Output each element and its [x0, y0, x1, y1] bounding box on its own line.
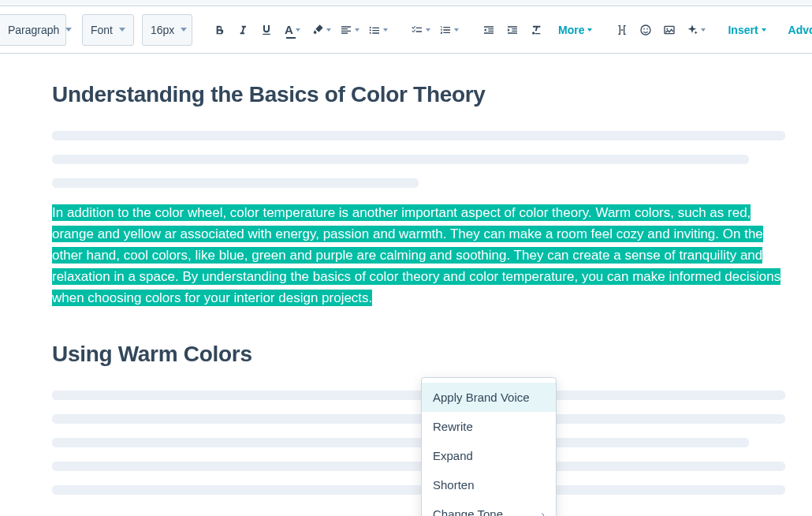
indent-group: [478, 19, 547, 41]
chevron-down-icon: [454, 28, 459, 32]
align-button[interactable]: [336, 19, 363, 41]
checklist-button[interactable]: [407, 19, 434, 41]
numbered-list-button[interactable]: [435, 19, 462, 41]
chevron-right-icon: ›: [541, 508, 545, 517]
font-size-select[interactable]: 16px: [142, 14, 192, 46]
ai-assist-button[interactable]: [682, 19, 709, 41]
placeholder-line: [52, 131, 785, 140]
image-button[interactable]: [658, 19, 680, 41]
placeholder-line: [52, 391, 785, 400]
menu-item-shorten[interactable]: Shorten: [422, 470, 556, 499]
menu-item-rewrite[interactable]: Rewrite: [422, 412, 556, 441]
insert-icons-group: [611, 19, 709, 41]
personalize-icon: [616, 24, 628, 36]
chevron-down-icon: [426, 28, 430, 32]
insert-menu-button[interactable]: Insert: [724, 24, 769, 36]
heading-2: Using Warm Colors: [52, 342, 785, 367]
placeholder-paragraph: [52, 131, 785, 188]
numbered-list-icon: [439, 24, 452, 36]
font-size-label: 16px: [151, 24, 174, 36]
chevron-down-icon: [65, 28, 72, 32]
font-family-label: Font: [91, 24, 113, 36]
document-body: Understanding the Basics of Color Theory…: [52, 82, 785, 495]
placeholder-line: [52, 485, 785, 495]
svg-point-1: [644, 28, 646, 29]
checklist-icon: [411, 24, 423, 36]
editor-toolbar: Paragraph Font 16px A: [0, 6, 812, 54]
text-format-group: A: [208, 19, 391, 41]
text-color-icon: A: [285, 23, 293, 36]
bullet-list-icon: [368, 24, 381, 36]
chevron-down-icon: [762, 28, 766, 32]
underline-button[interactable]: [255, 19, 277, 41]
menu-item-label: Apply Brand Voice: [433, 391, 530, 404]
align-left-icon: [340, 24, 352, 36]
indent-button[interactable]: [501, 19, 523, 41]
chevron-down-icon: [326, 28, 331, 32]
more-label: More: [558, 24, 584, 36]
chevron-down-icon: [296, 28, 300, 32]
insert-label: Insert: [728, 24, 758, 36]
ai-context-menu: Apply Brand Voice Rewrite Expand Shorten…: [421, 377, 557, 516]
menu-item-label: Rewrite: [433, 420, 473, 433]
highlight-color-button[interactable]: [307, 19, 334, 41]
placeholder-line: [52, 414, 785, 424]
paragraph-style-label: Paragraph: [8, 24, 59, 36]
placeholder-paragraph: [52, 391, 785, 495]
chevron-down-icon: [119, 28, 125, 32]
heading-1: Understanding the Basics of Color Theory: [52, 82, 785, 107]
more-menu-button[interactable]: More: [555, 24, 595, 36]
menu-item-label: Change Tone: [433, 507, 503, 516]
placeholder-line: [52, 462, 785, 471]
paragraph-style-select[interactable]: Paragraph: [0, 14, 66, 46]
indent-icon: [506, 24, 519, 36]
menu-item-label: Expand: [433, 449, 473, 462]
clear-format-icon: [530, 24, 542, 36]
outdent-icon: [482, 24, 495, 36]
svg-point-2: [647, 28, 649, 29]
highlighter-icon: [311, 24, 324, 36]
list-indent-group: [407, 19, 462, 41]
sparkle-icon: [686, 24, 698, 36]
emoji-icon: [639, 24, 652, 36]
chevron-down-icon: [383, 28, 388, 32]
menu-item-change-tone[interactable]: Change Tone ›: [422, 499, 556, 516]
italic-button[interactable]: [232, 19, 254, 41]
advanced-label: Advo: [788, 24, 812, 36]
chevron-down-icon: [701, 28, 706, 32]
personalize-button[interactable]: [611, 19, 633, 41]
outdent-button[interactable]: [478, 19, 500, 41]
placeholder-line: [52, 155, 749, 164]
bold-button[interactable]: [208, 19, 230, 41]
bullet-list-button[interactable]: [364, 19, 391, 41]
selected-paragraph[interactable]: In addition to the color wheel, color te…: [52, 202, 785, 308]
bold-icon: [213, 24, 225, 36]
chevron-down-icon: [181, 28, 187, 32]
svg-point-4: [667, 28, 669, 29]
font-family-select[interactable]: Font: [82, 14, 134, 46]
emoji-button[interactable]: [635, 19, 657, 41]
underline-icon: [260, 24, 273, 36]
italic-icon: [237, 24, 249, 36]
text-color-button[interactable]: A: [279, 19, 306, 41]
menu-item-apply-brand-voice[interactable]: Apply Brand Voice: [422, 383, 556, 412]
svg-point-0: [641, 25, 650, 35]
chevron-down-icon: [355, 28, 359, 32]
window-top-edge: [0, 0, 812, 6]
editor-content-area[interactable]: Understanding the Basics of Color Theory…: [0, 54, 812, 495]
advanced-menu-button[interactable]: Advo: [785, 24, 812, 36]
menu-item-label: Shorten: [433, 478, 475, 492]
placeholder-line: [52, 178, 419, 188]
chevron-down-icon: [587, 28, 592, 32]
placeholder-line: [52, 438, 749, 447]
menu-item-expand[interactable]: Expand: [422, 441, 556, 470]
highlighted-text: In addition to the color wheel, color te…: [52, 204, 780, 306]
clear-formatting-button[interactable]: [525, 19, 547, 41]
image-icon: [663, 24, 676, 36]
